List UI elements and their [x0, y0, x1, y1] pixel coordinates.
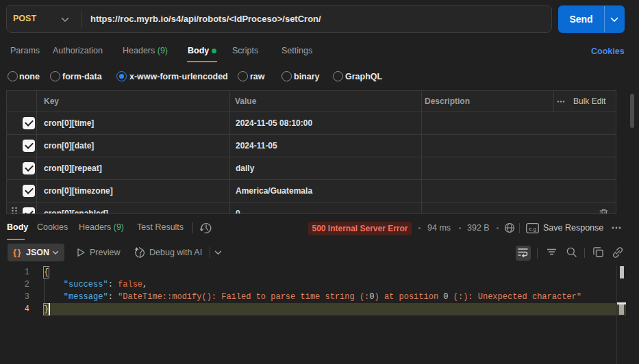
svg-text:e.g: e.g	[529, 226, 536, 232]
